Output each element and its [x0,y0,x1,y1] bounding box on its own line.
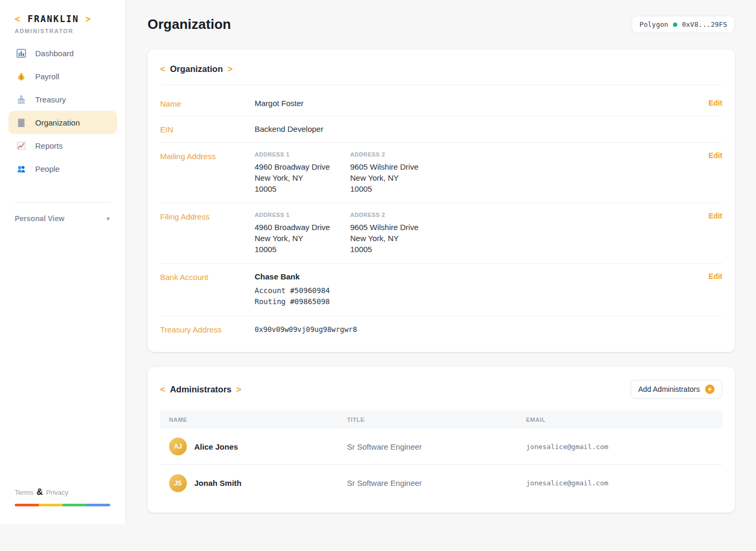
address-2-block: ADDRESS 2 9605 Wilshire Drive New York, … [350,151,446,194]
address-line: New York, NY [350,233,446,244]
address-1-heading: ADDRESS 1 [255,151,350,158]
wallet-address: 0xV8...29FS [682,20,727,28]
address-line: 10005 [255,183,350,194]
right-bracket-icon: > [236,384,242,394]
sidebar-item-payroll[interactable]: $ Payroll [8,65,117,88]
wallet-badge[interactable]: Polygon 0xV8...29FS [632,16,735,33]
logo-left-bracket: < [15,14,21,24]
bank-account-number: Account #50960984 [255,285,330,296]
edit-bank-account-button[interactable]: Edit [709,272,722,280]
column-header-name: NAME [160,417,347,423]
field-row-name: Name Margot Foster Edit [160,85,722,116]
privacy-link[interactable]: Privacy [46,488,69,496]
sidebar-item-label: Dashboard [35,49,74,58]
edit-name-button[interactable]: Edit [709,99,722,107]
address-line: 10005 [350,244,446,255]
sidebar-nav: Dashboard $ Payroll $ [0,41,125,180]
sidebar-item-people[interactable]: People [8,157,117,180]
address-line: 10005 [350,183,446,194]
sidebar-footer: Terms & Privacy [15,487,110,506]
network-status-dot-icon [673,23,677,27]
personal-view-label: Personal View [15,214,65,223]
page-header: Organization Polygon 0xV8...29FS [148,16,735,33]
edit-filing-address-button[interactable]: Edit [709,212,722,220]
field-label: Treasury Address [160,325,255,334]
edit-mailing-address-button[interactable]: Edit [709,151,722,160]
field-row-ein: EIN Backend Developer [160,116,722,143]
field-row-bank-account: Bank Account Chase Bank Account #5096098… [160,264,722,316]
administrators-table: NAME TITLE EMAIL AJ Alice Jones Sr Softw… [160,410,722,501]
card-title-text: Administrators [170,384,232,394]
logo-subtitle: ADMINISTRATOR [15,28,125,34]
administrators-card-title: < Administrators > [160,384,242,394]
sidebar-item-dashboard[interactable]: Dashboard [8,41,117,65]
money-bag-icon: $ [16,71,26,81]
avatar: JS [169,474,187,492]
address-line: New York, NY [350,172,446,183]
sidebar-item-label: People [35,164,60,173]
logo-text: FRANKLIN [28,14,79,24]
card-title-text: Organization [170,64,223,74]
table-header-row: NAME TITLE EMAIL [160,410,722,429]
address-columns: ADDRESS 1 4960 Broadway Drive New York, … [255,212,446,255]
address-line: 9605 Wilshire Drive [350,161,446,172]
address-line: 4960 Broadway Drive [255,161,350,172]
organization-card-title: < Organization > [160,61,722,85]
column-header-email: EMAIL [526,417,722,423]
admin-title: Sr Software Engineer [347,442,526,451]
field-label: EIN [160,124,255,134]
app-logo: < FRANKLIN > [0,0,125,24]
field-label: Mailing Address [160,151,255,161]
brand-bar-yellow [39,504,63,506]
brand-bar-blue [87,504,111,506]
add-administrators-button[interactable]: Add Administrators + [631,380,723,399]
address-1-block: ADDRESS 1 4960 Broadway Drive New York, … [255,151,350,194]
sidebar-item-label: Reports [35,141,63,150]
administrators-card: < Administrators > Add Administrators + … [148,367,735,513]
field-row-filing-address: Filing Address ADDRESS 1 4960 Broadway D… [160,203,722,264]
sidebar-item-treasury[interactable]: $ Treasury [8,88,117,111]
column-header-title: TITLE [347,417,526,423]
bank-name: Chase Bank [255,272,330,281]
field-label: Name [160,99,255,108]
bar-chart-icon [16,48,26,58]
right-bracket-icon: > [227,64,233,74]
chevron-down-icon: ▼ [106,216,111,222]
sidebar-item-label: Treasury [35,95,66,104]
sidebar-item-reports[interactable]: Reports [8,134,117,157]
network-name: Polygon [639,20,668,28]
administrators-card-header: < Administrators > Add Administrators + [160,378,722,410]
admin-title: Sr Software Engineer [347,479,526,487]
bank-routing-number: Routing #09865098 [255,296,330,307]
address-line: 4960 Broadway Drive [255,222,350,233]
svg-text:$: $ [20,95,22,97]
organization-card: < Organization > Name Margot Foster Edit… [148,49,735,352]
sidebar-item-label: Payroll [35,72,59,81]
left-bracket-icon: < [160,64,165,74]
address-2-heading: ADDRESS 2 [350,151,446,158]
page-title: Organization [148,16,231,33]
brand-bar-orange [15,504,39,506]
field-value: Backend Developer [255,124,323,133]
bank-icon: $ [16,94,26,105]
logo-right-bracket: > [86,14,92,24]
field-value: Margot Foster [255,99,303,108]
address-2-block: ADDRESS 2 9605 Wilshire Drive New York, … [350,212,446,255]
admin-name: Alice Jones [194,442,238,451]
address-2-heading: ADDRESS 2 [350,212,446,218]
office-building-icon [16,117,26,128]
terms-link[interactable]: Terms [15,488,33,496]
table-row: AJ Alice Jones Sr Software Engineer jone… [160,429,722,465]
address-line: New York, NY [255,233,350,244]
table-row: JS Jonah Smith Sr Software Engineer jone… [160,465,722,501]
app-window: < FRANKLIN > ADMINISTRATOR Dashboard [0,0,756,551]
left-bracket-icon: < [160,384,165,394]
brand-bar-green [62,504,87,506]
address-columns: ADDRESS 1 4960 Broadway Drive New York, … [255,151,446,194]
plus-icon: + [705,384,715,394]
add-administrators-label: Add Administrators [638,385,700,393]
personal-view-toggle[interactable]: Personal View ▼ [15,214,111,223]
address-1-heading: ADDRESS 1 [255,212,350,218]
sidebar-item-organization[interactable]: Organization [8,111,117,134]
main-content: Organization Polygon 0xV8...29FS < Organ… [126,0,756,513]
